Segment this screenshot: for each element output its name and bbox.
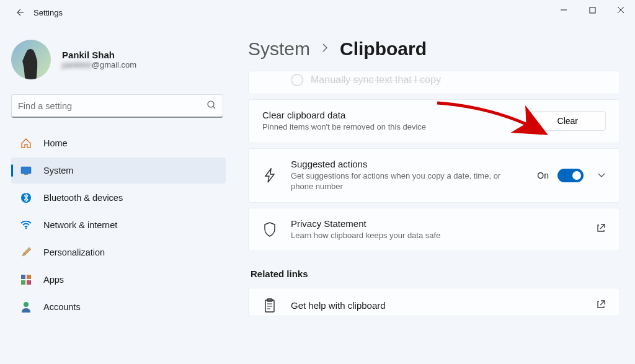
- avatar: [11, 40, 51, 79]
- related-links-heading: Related links: [251, 269, 620, 279]
- content-area: System Clipboard Manually sync text that…: [236, 25, 635, 364]
- card-clear-clipboard: Clear clipboard data Pinned items won't …: [248, 99, 620, 143]
- sidebar-item-label: Home: [43, 138, 68, 148]
- app-title: Settings: [33, 8, 63, 17]
- card-get-help[interactable]: Get help with clipboard: [248, 288, 620, 316]
- sidebar-item-label: Accounts: [43, 302, 81, 312]
- svg-line-15: [600, 224, 605, 229]
- open-external-icon: [596, 300, 606, 312]
- sidebar-item-personalization[interactable]: Personalization: [11, 239, 226, 265]
- sidebar-item-label: Bluetooth & devices: [43, 193, 123, 203]
- card-subtitle: Pinned items won't be removed on this de…: [262, 122, 516, 133]
- chevron-right-icon: [321, 43, 329, 55]
- card-title: Suggested actions: [291, 159, 523, 169]
- sidebar-item-apps[interactable]: Apps: [11, 267, 226, 293]
- svg-rect-1: [590, 7, 595, 13]
- sidebar-item-network[interactable]: Network & internet: [11, 212, 226, 238]
- account-icon: [20, 301, 32, 313]
- clipboard-icon: [262, 298, 277, 313]
- profile-email: pankilsh@gmail.com: [62, 60, 136, 69]
- lightning-icon: [262, 168, 277, 183]
- sidebar-item-label: Personalization: [43, 247, 105, 257]
- apps-icon: [20, 275, 32, 285]
- profile-name: Pankil Shah: [62, 50, 136, 60]
- svg-point-4: [208, 101, 214, 107]
- toggle-switch[interactable]: [557, 169, 584, 182]
- bluetooth-icon: [20, 192, 32, 203]
- svg-line-21: [600, 301, 605, 305]
- window-controls: [549, 0, 635, 20]
- sidebar-item-label: Apps: [43, 275, 64, 285]
- system-icon: [20, 166, 32, 175]
- cutoff-text: Manually sync text that I copy: [311, 74, 441, 86]
- sidebar-item-system[interactable]: System: [11, 158, 226, 184]
- sidebar-item-bluetooth[interactable]: Bluetooth & devices: [11, 185, 226, 211]
- maximize-button[interactable]: [578, 0, 606, 20]
- card-sync-cutoff: Manually sync text that I copy: [248, 71, 620, 94]
- sidebar-item-label: System: [43, 166, 73, 175]
- chevron-down-icon: [597, 170, 606, 181]
- open-external-icon: [596, 223, 606, 236]
- shield-icon: [262, 222, 277, 237]
- minimize-button[interactable]: [549, 0, 578, 20]
- search-icon: [206, 100, 216, 112]
- home-icon: [20, 138, 32, 149]
- card-subtitle: Get suggestions for actions when you cop…: [291, 171, 523, 192]
- svg-rect-13: [27, 280, 31, 285]
- breadcrumb-current: Clipboard: [340, 38, 427, 60]
- card-title: Get help with clipboard: [291, 300, 582, 311]
- breadcrumb: System Clipboard: [248, 38, 620, 60]
- sidebar: Pankil Shah pankilsh@gmail.com Home Syst…: [0, 25, 236, 364]
- breadcrumb-parent[interactable]: System: [248, 38, 310, 60]
- svg-rect-6: [21, 167, 31, 174]
- svg-line-5: [213, 107, 215, 109]
- toggle-label: On: [537, 171, 549, 180]
- search-box[interactable]: [11, 94, 223, 118]
- svg-point-9: [25, 228, 27, 229]
- clear-button[interactable]: Clear: [530, 111, 606, 131]
- close-button[interactable]: [606, 0, 635, 20]
- svg-rect-10: [21, 275, 25, 279]
- sidebar-item-accounts[interactable]: Accounts: [11, 294, 226, 320]
- card-title: Clear clipboard data: [262, 110, 516, 120]
- wifi-icon: [20, 221, 32, 229]
- card-title: Privacy Statement: [291, 218, 582, 229]
- radio-icon: [291, 74, 303, 86]
- svg-point-14: [24, 302, 29, 307]
- svg-rect-7: [24, 174, 28, 175]
- sidebar-item-label: Network & internet: [43, 220, 117, 230]
- card-subtitle: Learn how clipboard keeps your data safe: [291, 230, 582, 241]
- sidebar-item-home[interactable]: Home: [11, 130, 226, 156]
- svg-rect-12: [21, 280, 25, 285]
- brush-icon: [20, 247, 32, 258]
- back-button[interactable]: [9, 2, 30, 23]
- user-profile[interactable]: Pankil Shah pankilsh@gmail.com: [7, 40, 229, 79]
- card-suggested-actions[interactable]: Suggested actions Get suggestions for ac…: [248, 148, 620, 203]
- svg-rect-11: [27, 275, 31, 279]
- card-privacy-statement[interactable]: Privacy Statement Learn how clipboard ke…: [248, 208, 620, 252]
- search-input[interactable]: [18, 101, 206, 111]
